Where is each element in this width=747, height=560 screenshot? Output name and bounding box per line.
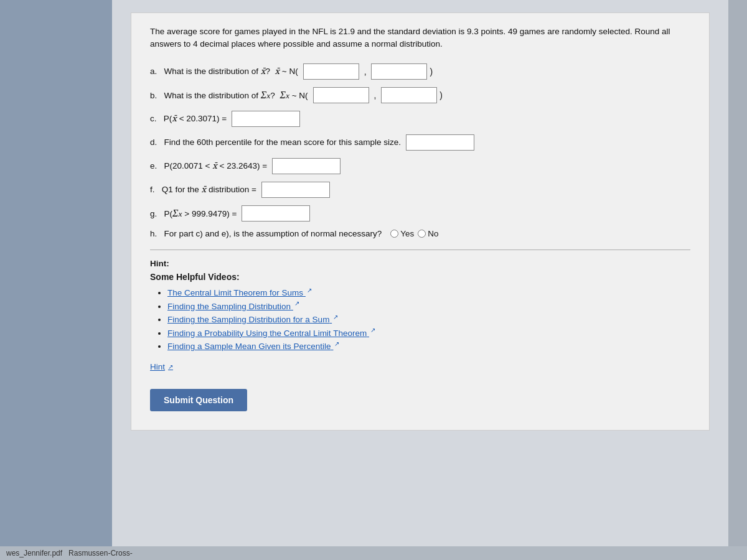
question-a-row: a. What is the distribution of x̄? x̄ ~ …	[150, 63, 690, 80]
left-sidebar	[0, 0, 112, 560]
main-content: The average score for games played in th…	[112, 0, 728, 560]
video-link-5[interactable]: Finding a Sample Mean Given its Percenti…	[167, 342, 339, 351]
question-h-options: Yes No	[390, 229, 438, 238]
helpful-videos-title: Some Helpful Videos:	[150, 272, 690, 282]
external-icon-5: ↗	[334, 340, 339, 347]
video-link-4[interactable]: Finding a Probability Using the Central …	[167, 329, 375, 338]
input-a1[interactable]	[303, 63, 359, 80]
list-item: Finding a Probability Using the Central …	[167, 327, 690, 338]
question-d-row: d. Find the 60th percentile for the mean…	[150, 134, 690, 151]
radio-yes[interactable]	[390, 230, 398, 238]
input-c[interactable]	[232, 111, 300, 127]
question-f-row: f. Q1 for the x̄ distribution =	[150, 182, 690, 198]
question-b-label: b. What is the distribution of Σx? Σx ~ …	[150, 90, 308, 101]
question-g-row: g. P(Σx > 999.9479) =	[150, 205, 690, 222]
question-f-label: f. Q1 for the x̄ distribution =	[150, 184, 256, 195]
question-e-label: e. P(20.0071 < x̄ < 23.2643) =	[150, 161, 267, 171]
submit-container: Submit Question	[150, 389, 690, 411]
separator	[150, 250, 690, 250]
question-h-row: h. For part c) and e), is the assumption…	[150, 229, 690, 238]
question-g-label: g. P(Σx > 999.9479) =	[150, 208, 237, 219]
hint-link[interactable]: Hint ↗	[150, 362, 173, 371]
question-d-label: d. Find the 60th percentile for the mean…	[150, 138, 401, 147]
video-link-3[interactable]: Finding the Sampling Distribution for a …	[167, 315, 338, 324]
external-icon-3: ↗	[333, 314, 338, 320]
hint-title: Hint:	[150, 259, 690, 268]
list-item: Finding the Sampling Distribution for a …	[167, 314, 690, 325]
radio-yes-label[interactable]: Yes	[390, 229, 414, 238]
list-item: The Central Limit Theorem for Sums ↗	[167, 287, 690, 298]
question-c-row: c. P(x̄ < 20.3071) =	[150, 111, 690, 127]
list-item: Finding a Sample Mean Given its Percenti…	[167, 340, 690, 352]
question-h-label: h. For part c) and e), is the assumption…	[150, 229, 382, 238]
question-card: The average score for games played in th…	[131, 12, 710, 431]
right-sidebar	[728, 0, 747, 560]
bottom-text: Rasmussen-Cross-	[112, 549, 133, 558]
external-icon-2: ↗	[294, 300, 299, 307]
submit-button[interactable]: Submit Question	[150, 389, 247, 411]
question-b-row: b. What is the distribution of Σx? Σx ~ …	[150, 87, 690, 103]
input-b1[interactable]	[313, 87, 369, 103]
external-icon-1: ↗	[307, 287, 312, 294]
video-list: The Central Limit Theorem for Sums ↗ Fin…	[150, 287, 690, 352]
input-f[interactable]	[261, 182, 330, 198]
input-b2[interactable]	[381, 87, 437, 103]
question-a-label: a. What is the distribution of x̄? x̄ ~ …	[150, 66, 298, 77]
question-c-label: c. P(x̄ < 20.3071) =	[150, 113, 227, 124]
input-e[interactable]	[272, 158, 341, 174]
bottom-bar: wes_Jennifer.pdf Rasmussen-Cross-	[112, 546, 728, 560]
radio-no-label[interactable]: No	[418, 229, 438, 238]
video-link-2[interactable]: Finding the Sampling Distribution ↗	[167, 302, 299, 311]
hint-external-icon: ↗	[168, 363, 173, 370]
question-e-row: e. P(20.0071 < x̄ < 23.2643) =	[150, 158, 690, 174]
problem-statement: The average score for games played in th…	[150, 26, 690, 51]
hint-section: Hint: Some Helpful Videos: The Central L…	[150, 259, 690, 383]
list-item: Finding the Sampling Distribution ↗	[167, 300, 690, 311]
input-d[interactable]	[406, 134, 474, 151]
video-link-1[interactable]: The Central Limit Theorem for Sums ↗	[167, 288, 312, 297]
input-g[interactable]	[242, 205, 310, 222]
external-icon-4: ↗	[370, 327, 375, 334]
input-a2[interactable]	[371, 63, 427, 80]
radio-no[interactable]	[418, 230, 426, 238]
